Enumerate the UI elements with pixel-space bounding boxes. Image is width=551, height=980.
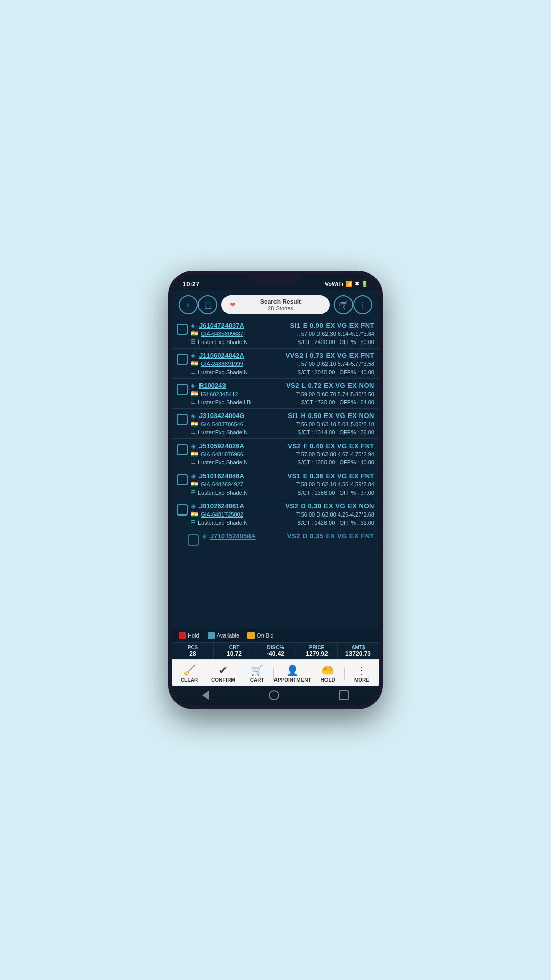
diamond-list: ◈ J6104724037A SI1 E 0.90 EX VG EX FNT 🇮… [172,318,379,629]
checkbox-8[interactable] [188,534,199,546]
available-dot [208,632,215,639]
clear-button[interactable]: 🧹 CLEAR [172,663,206,684]
confirm-button[interactable]: ✔ CONFIRM [206,663,240,684]
summary-labels: PCS 28 CRT 10.72 DISC% -40.42 PRICE 1279… [172,642,379,659]
checkbox-3[interactable] [177,384,188,395]
more-nav-button[interactable]: ⋮ MORE [345,663,379,684]
cert-id[interactable]: GIA-6485809687 [201,331,243,337]
stone-id[interactable]: J6104724037A [199,322,244,329]
onbid-dot [247,632,255,639]
appointment-icon: 👤 [286,664,299,676]
recents-nav-button[interactable] [339,690,349,700]
list-item: ◈ R100243 VS2 L 0.72 EX VG EX NON 🇮🇳 IGI… [172,379,379,409]
display-toggle-button[interactable]: ◫ [198,295,217,314]
checkbox-4[interactable] [177,414,188,425]
list-item: ◈ J3103424004G SI1 H 0.50 EX VG EX NON 🇮… [172,409,379,439]
stone-specs: SI1 E 0.90 EX VG EX FNT [290,322,374,329]
list-item: ◈ J1106024042A VVS2 I 0.73 EX VG EX FNT … [172,349,379,379]
stone-1-info: ◈ J6104724037A SI1 E 0.90 EX VG EX FNT 🇮… [191,322,374,345]
cart-button[interactable]: 🛒 [334,295,353,314]
diamond-icon: ◈ [191,322,196,329]
bottom-nav: 🧹 CLEAR ✔ CONFIRM 🛒 CART 👤 APPOINTMENT 🤲… [172,659,379,686]
cart-icon: 🛒 [251,664,263,676]
confirm-icon: ✔ [219,664,228,676]
clear-icon: 🧹 [183,664,196,676]
hold-icon: 🤲 [321,664,334,676]
legend-onbid: On Bid [247,632,274,639]
list-item: ◈ J5101624046A VS1 E 0.36 EX VG EX FNT 🇮… [172,469,379,499]
checkbox-2[interactable] [177,354,188,365]
search-pill-text: Search Result 28 Stones [240,298,321,311]
checkbox-1[interactable] [177,324,188,335]
checkbox-7[interactable] [177,504,188,516]
list-item: ◈ J0102624061A VS2 D 0.30 EX VG EX NON 🇮… [172,499,379,529]
legend-bar: Hold Available On Bid [172,629,379,642]
more-button[interactable]: ⋮ [353,295,372,314]
appointment-button[interactable]: 👤 APPOINTMENT [274,663,311,684]
cart-nav-button[interactable]: 🛒 CART [240,663,274,684]
legend-hold: Hold [179,632,199,639]
search-icon: ❤ [230,301,236,309]
search-pill[interactable]: ❤ Search Result 28 Stones [221,295,330,314]
legend-available: Available [208,632,239,639]
list-item: ◈ J5105924026A VS2 F 0.40 EX VG EX FNT 🇮… [172,439,379,469]
phone-nav [172,686,379,705]
status-icons: VoWiFi 📶 ✖ 🔋 [325,281,368,287]
list-item: ◈ J7101524058A VS2 D 0.35 EX VG EX FNT [172,529,379,549]
checkbox-6[interactable] [177,474,188,485]
back-nav-button[interactable] [202,690,209,700]
checkbox-5[interactable] [177,444,188,455]
back-button[interactable]: ‹ [179,295,198,314]
home-nav-button[interactable] [269,690,279,700]
hold-button[interactable]: 🤲 HOLD [311,663,345,684]
hold-dot [179,632,186,639]
time: 10:27 [183,280,199,288]
more-icon: ⋮ [357,664,367,676]
nav-bar: ‹ ◫ ❤ Search Result 28 Stones 🛒 ⋮ [172,291,379,318]
list-item: ◈ J6104724037A SI1 E 0.90 EX VG EX FNT 🇮… [172,318,379,349]
